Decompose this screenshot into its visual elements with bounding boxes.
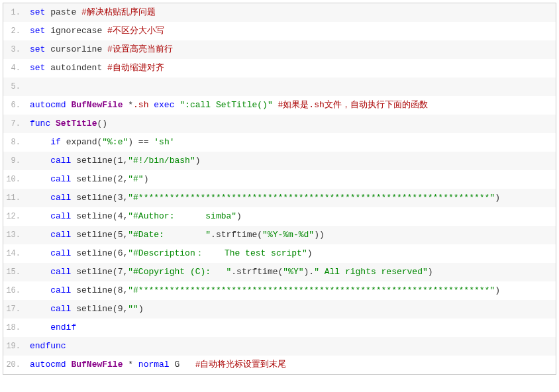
code-line: 14 call setline(6,"#Description： The tes… bbox=[3, 244, 556, 263]
code-content: call setline(3,"#***********************… bbox=[27, 191, 556, 205]
line-number: 6 bbox=[3, 98, 27, 113]
token-id: ) bbox=[138, 304, 144, 314]
token-str: "#**************************************… bbox=[128, 285, 495, 295]
line-number: 2 bbox=[3, 24, 27, 38]
line-number: 20 bbox=[3, 358, 27, 372]
token-id bbox=[30, 285, 50, 295]
token-id: setline(4, bbox=[71, 211, 128, 221]
code-content: func SetTitle() bbox=[27, 117, 556, 131]
token-id: setline(6, bbox=[71, 248, 128, 258]
code-content: call setline(1,"#!/bin/bash") bbox=[27, 154, 556, 168]
token-func: BufNewFile bbox=[71, 360, 123, 369]
code-line: 20autocmd BufNewFile * normal G #自动将光标设置… bbox=[3, 356, 556, 374]
token-kw: endif bbox=[50, 322, 76, 332]
token-kw: call bbox=[50, 230, 71, 240]
code-content: call setline(9,"") bbox=[27, 302, 556, 317]
code-line: 11 call setline(3,"#********************… bbox=[3, 189, 556, 207]
line-number: 5 bbox=[3, 79, 27, 94]
token-id bbox=[30, 81, 35, 91]
token-id: setline(1, bbox=[71, 156, 128, 166]
code-line: 7func SetTitle() bbox=[3, 115, 556, 133]
token-id: setline(8, bbox=[71, 285, 128, 295]
token-str: "#Date: " bbox=[128, 230, 211, 240]
token-str: "" bbox=[128, 304, 138, 314]
token-id: * bbox=[123, 100, 133, 110]
code-content: set paste #解决粘贴乱序问题 bbox=[27, 5, 556, 20]
token-cmt: #解决粘贴乱序问题 bbox=[81, 7, 156, 17]
token-id: ). bbox=[304, 267, 315, 277]
token-id: setline(9, bbox=[71, 304, 128, 314]
code-content: autocmd BufNewFile * normal G #自动将光标设置到末… bbox=[27, 358, 556, 372]
code-content: call setline(4,"#Author: simba") bbox=[27, 209, 556, 224]
token-id: ) bbox=[195, 156, 201, 166]
token-id: ignorecase bbox=[45, 26, 107, 36]
token-id: ) bbox=[495, 193, 500, 203]
token-str: "#Author: simba" bbox=[128, 211, 236, 221]
token-id bbox=[30, 322, 50, 332]
token-id bbox=[30, 248, 50, 258]
token-id: )) bbox=[314, 230, 325, 240]
token-id: setline(3, bbox=[71, 193, 128, 203]
code-content: if expand("%:e") == 'sh' bbox=[27, 135, 556, 150]
line-number: 14 bbox=[3, 246, 27, 261]
line-number: 19 bbox=[3, 339, 27, 354]
token-str: "#Copyright (C): " bbox=[128, 267, 231, 277]
token-cmt: #不区分大小写 bbox=[107, 26, 164, 36]
token-kw: exec bbox=[154, 100, 174, 110]
token-kw: call bbox=[50, 248, 71, 258]
code-content: set ignorecase #不区分大小写 bbox=[27, 24, 556, 38]
token-id bbox=[50, 119, 56, 128]
code-block: 1set paste #解决粘贴乱序问题2set ignorecase #不区分… bbox=[3, 3, 556, 375]
token-str: "#!/bin/bash" bbox=[128, 156, 195, 166]
code-line: 10 call setline(2,"#") bbox=[3, 170, 556, 189]
token-kw: set bbox=[30, 63, 45, 73]
token-id: ) bbox=[307, 248, 313, 258]
code-line: 4set autoindent #自动缩进对齐 bbox=[3, 59, 556, 77]
token-sh: .sh bbox=[133, 100, 148, 110]
code-line: 8 if expand("%:e") == 'sh' bbox=[3, 133, 556, 152]
code-content: call setline(6,"#Description： The test s… bbox=[27, 246, 556, 261]
token-kw: autocmd bbox=[30, 360, 66, 369]
code-content: call setline(2,"#") bbox=[27, 172, 556, 187]
token-kw: call bbox=[50, 211, 71, 221]
token-id: paste bbox=[45, 7, 81, 17]
token-kw: if bbox=[50, 137, 61, 147]
line-number: 11 bbox=[3, 191, 27, 205]
code-content: set cursorline #设置高亮当前行 bbox=[27, 42, 556, 57]
token-id: cursorline bbox=[45, 44, 107, 54]
token-id: setline(7, bbox=[71, 267, 128, 277]
token-cmt: #如果是.sh文件，自动执行下面的函数 bbox=[278, 100, 428, 110]
token-id: .strftime( bbox=[211, 230, 262, 240]
token-kw: call bbox=[50, 193, 71, 203]
token-kw: call bbox=[50, 267, 71, 277]
token-cmt: #自动将光标设置到末尾 bbox=[195, 360, 287, 369]
line-number: 8 bbox=[3, 135, 27, 150]
token-id bbox=[30, 211, 50, 221]
code-line: 5 bbox=[3, 77, 556, 96]
token-str: "%:e" bbox=[102, 137, 128, 147]
code-content bbox=[27, 79, 556, 94]
token-id bbox=[30, 230, 50, 240]
line-number: 17 bbox=[3, 302, 27, 317]
token-id: ) bbox=[144, 174, 149, 184]
token-str: "#" bbox=[128, 174, 143, 184]
token-id bbox=[30, 267, 50, 277]
code-line: 12 call setline(4,"#Author: simba") bbox=[3, 207, 556, 226]
token-func: SetTitle bbox=[56, 119, 97, 128]
token-str: ":call SetTitle()" bbox=[179, 100, 272, 110]
token-kw: set bbox=[30, 7, 45, 17]
code-line: 9 call setline(1,"#!/bin/bash") bbox=[3, 152, 556, 170]
token-id bbox=[30, 137, 50, 147]
token-kw: endfunc bbox=[30, 341, 66, 351]
token-id: setline(5, bbox=[71, 230, 128, 240]
token-kw: normal bbox=[138, 360, 170, 369]
token-id bbox=[30, 174, 50, 184]
code-line: 17 call setline(9,"") bbox=[3, 300, 556, 318]
line-number: 13 bbox=[3, 228, 27, 242]
token-id: ) bbox=[236, 211, 242, 221]
token-id: () bbox=[97, 119, 107, 128]
token-kw: call bbox=[50, 156, 71, 166]
token-id bbox=[30, 304, 50, 314]
token-id: ) == bbox=[128, 137, 154, 147]
token-id bbox=[30, 193, 50, 203]
